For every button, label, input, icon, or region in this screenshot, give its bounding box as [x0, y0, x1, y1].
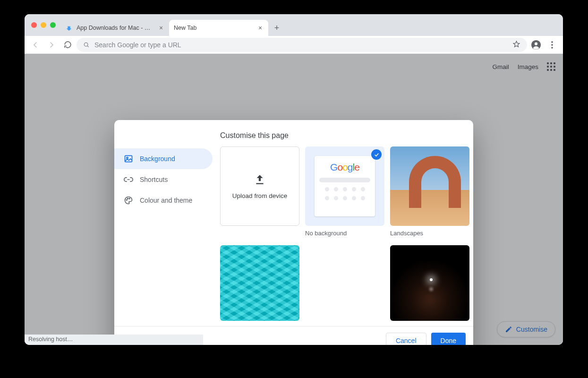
- tile-caption: No background: [305, 230, 384, 237]
- tab-new-tab[interactable]: New Tab ×: [169, 20, 268, 36]
- svg-point-3: [551, 41, 553, 43]
- svg-point-10: [129, 198, 130, 199]
- close-window-button[interactable]: [31, 22, 37, 28]
- status-text: Resolving host…: [28, 336, 73, 343]
- forward-button[interactable]: [44, 38, 59, 52]
- tile-space[interactable]: [390, 245, 469, 321]
- upload-icon: [254, 173, 266, 186]
- svg-point-2: [535, 42, 537, 45]
- sidebar-label: Background: [140, 155, 175, 163]
- tile-upload[interactable]: Upload from device: [220, 146, 299, 237]
- status-bar: Resolving host…: [25, 335, 203, 345]
- cancel-button[interactable]: Cancel: [386, 333, 426, 345]
- tab-app-downloads[interactable]: App Downloads for Mac - Dow… ×: [60, 20, 169, 36]
- profile-button[interactable]: [529, 38, 543, 52]
- menu-button[interactable]: [545, 38, 559, 52]
- svg-point-0: [84, 43, 88, 46]
- close-tab-icon[interactable]: ×: [158, 25, 164, 31]
- done-button[interactable]: Done: [431, 333, 466, 345]
- close-tab-icon[interactable]: ×: [257, 25, 264, 31]
- tile-landscapes[interactable]: Landscapes: [390, 146, 469, 237]
- dialog-title: Customise this page: [220, 131, 289, 140]
- no-background-preview: Google: [315, 156, 375, 216]
- tab-strip: App Downloads for Mac - Dow… × New Tab ×…: [25, 14, 563, 36]
- svg-point-8: [126, 199, 127, 200]
- maximize-window-button[interactable]: [50, 22, 56, 28]
- search-icon: [83, 42, 90, 48]
- link-icon: [124, 175, 133, 184]
- tab-title: App Downloads for Mac - Dow…: [77, 25, 154, 31]
- bookmark-star-icon[interactable]: [512, 40, 520, 50]
- svg-point-9: [128, 198, 128, 199]
- svg-point-4: [551, 44, 553, 46]
- window-controls: [28, 14, 60, 36]
- tile-label: Upload from device: [232, 192, 287, 199]
- customise-dialog: Customise this page Background Shortcuts: [114, 120, 473, 345]
- sidebar-label: Shortcuts: [140, 176, 168, 183]
- svg-point-7: [127, 157, 128, 159]
- image-icon: [124, 154, 133, 163]
- minimize-window-button[interactable]: [41, 22, 46, 28]
- page-content: Gmail Images Customise Customise this pa…: [25, 54, 563, 345]
- sidebar-label: Colour and theme: [140, 197, 192, 204]
- new-tab-button[interactable]: +: [270, 21, 283, 34]
- toolbar: Search Google or type a URL: [25, 36, 563, 54]
- tile-no-background[interactable]: Google No background: [305, 146, 384, 237]
- google-logo: Google: [330, 162, 359, 173]
- tile-textures[interactable]: [220, 245, 299, 321]
- check-badge-icon: [371, 149, 382, 160]
- dialog-sidebar: Background Shortcuts Colour and theme: [114, 120, 213, 345]
- tab-title: New Tab: [174, 25, 253, 31]
- tile-caption: Landscapes: [390, 230, 469, 237]
- svg-point-5: [551, 47, 553, 49]
- sidebar-item-colour[interactable]: Colour and theme: [114, 190, 213, 211]
- dialog-main: Upload from device Google: [213, 120, 473, 345]
- browser-window: App Downloads for Mac - Dow… × New Tab ×…: [25, 14, 563, 345]
- sidebar-item-background[interactable]: Background: [114, 148, 213, 169]
- favicon-app: [65, 24, 73, 32]
- back-button[interactable]: [28, 38, 43, 52]
- reload-button[interactable]: [60, 38, 75, 52]
- address-bar[interactable]: Search Google or type a URL: [77, 38, 527, 52]
- palette-icon: [124, 196, 133, 205]
- background-grid: Upload from device Google: [220, 146, 464, 321]
- omnibox-placeholder: Search Google or type a URL: [94, 41, 181, 49]
- sidebar-item-shortcuts[interactable]: Shortcuts: [114, 169, 213, 190]
